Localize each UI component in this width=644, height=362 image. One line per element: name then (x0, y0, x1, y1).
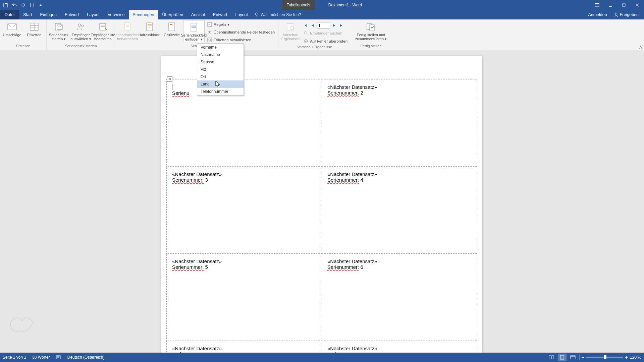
mail-merge-icon (53, 21, 64, 32)
print-layout-icon[interactable] (558, 354, 567, 361)
svg-rect-52 (571, 356, 575, 359)
last-record-icon[interactable] (338, 22, 345, 29)
label-cell[interactable]: Serienu (167, 79, 322, 167)
edit-recipient-list-button[interactable]: Empfängerliste bearbeiten (92, 20, 114, 42)
dd-plz[interactable]: Plz (197, 66, 244, 73)
svg-rect-37 (208, 38, 212, 42)
tab-view[interactable]: Ansicht (187, 10, 209, 19)
undo-icon[interactable] (11, 1, 18, 9)
tab-table-layout[interactable]: Layout (231, 10, 252, 19)
svg-point-20 (78, 24, 81, 26)
prev-record-icon[interactable] (309, 22, 316, 29)
tab-design[interactable]: Entwurf (61, 10, 83, 19)
zoom-level[interactable]: 120 % (630, 355, 641, 360)
tab-insert[interactable]: Einfügen (36, 10, 61, 19)
svg-point-41 (304, 32, 307, 34)
save-icon[interactable] (2, 1, 9, 9)
greeting-line-button[interactable]: Grußzeile (161, 20, 182, 42)
web-layout-icon[interactable] (569, 354, 577, 361)
select-recipients-button[interactable]: Empfänger auswählen ▾ (70, 20, 92, 42)
label-cell[interactable]: «Nächster Datensatz» Serienummer: 7 (167, 341, 322, 353)
update-labels-icon (207, 38, 212, 42)
close-icon[interactable] (631, 0, 644, 10)
svg-rect-34 (192, 26, 196, 27)
dd-ort[interactable]: Ort (197, 73, 244, 80)
next-record-field: «Nächster Datensatz» (327, 84, 377, 90)
greeting-icon (166, 21, 177, 32)
svg-point-2 (22, 4, 24, 6)
next-record-field: «Nächster Datensatz» (172, 171, 222, 177)
svg-rect-7 (623, 4, 625, 6)
svg-rect-50 (552, 356, 554, 359)
label-table: Serienu «Nächster Datensatz» Serienummer… (166, 79, 477, 353)
label-cell[interactable]: «Nächster Datensatz» Serienummer: 5 (167, 254, 322, 341)
start-mail-merge-button[interactable]: Seriendruck starten ▾ (48, 20, 69, 42)
status-page[interactable]: Seite 1 von 1 (3, 355, 26, 360)
address-block-button[interactable]: Adressblock (139, 20, 160, 42)
record-number-input[interactable] (317, 22, 330, 29)
tab-layout[interactable]: Layout (83, 10, 104, 19)
read-mode-icon[interactable] (547, 354, 556, 361)
edit-list-icon (98, 21, 108, 32)
collapse-ribbon-icon[interactable]: ⋀ (639, 45, 642, 49)
match-fields-button[interactable]: Übereinstimmende Felder festlegen (205, 28, 277, 36)
serial-number: 2 (360, 90, 363, 96)
update-labels-button[interactable]: Etiketten aktualisieren (205, 36, 277, 44)
status-words[interactable]: 38 Wörter (32, 355, 50, 360)
label-cell[interactable]: «Nächster Datensatz» Serienummer: 8 (322, 341, 477, 353)
serial-number: 5 (205, 264, 208, 270)
tell-me[interactable] (255, 10, 328, 19)
labels-button[interactable]: Etiketten (23, 20, 45, 42)
label-cell[interactable]: «Nächster Datensatz» Serienummer: 3 (167, 167, 322, 254)
svg-text:?: ? (208, 23, 210, 26)
table-move-handle-icon[interactable]: ✥ (167, 76, 172, 82)
share-button[interactable]: Freigeben (612, 10, 641, 19)
tell-me-input[interactable] (261, 12, 328, 17)
highlight-merge-fields-button[interactable]: Seriendruckfelder hervorheben (117, 20, 138, 42)
dd-strasse[interactable]: Strasse (197, 58, 244, 66)
dd-telefonnummer[interactable]: Telefonnummer (197, 88, 244, 95)
label-cell[interactable]: «Nächster Datensatz» Serienummer: 2 (322, 79, 477, 167)
envelopes-button[interactable]: Umschläge (1, 20, 23, 42)
preview-results-button[interactable]: Vorschau Ergebnisse (280, 20, 301, 42)
ribbon-display-options-icon[interactable] (590, 0, 604, 10)
proofing-icon[interactable] (56, 355, 61, 360)
serial-number: 4 (360, 177, 363, 183)
check-errors-button[interactable]: Auf Fehler überprüfen (302, 38, 350, 45)
tab-mailings[interactable]: Sendungen (129, 10, 158, 19)
zoom-in-icon[interactable]: + (625, 355, 628, 360)
finish-merge-button[interactable]: Fertig stellen und zusammenführen ▾ (353, 20, 389, 42)
find-recipient-button[interactable]: Empfänger suchen (302, 29, 350, 37)
rules-button[interactable]: ?Regeln ▾ (205, 21, 277, 28)
svg-rect-46 (56, 356, 60, 359)
qat-customize-icon[interactable] (37, 1, 44, 9)
zoom-slider[interactable] (586, 357, 623, 358)
lightbulb-icon (255, 12, 259, 17)
sign-in-link[interactable]: Anmelden (586, 10, 609, 19)
minimize-icon[interactable] (604, 0, 617, 10)
label-cell[interactable]: «Nächster Datensatz» Serienummer: 6 (322, 254, 477, 341)
next-record-icon[interactable] (331, 22, 337, 29)
redo-icon[interactable] (19, 1, 27, 9)
label-cell[interactable]: «Nächster Datensatz» Serienummer: 4 (322, 167, 477, 254)
maximize-icon[interactable] (617, 0, 631, 10)
document-area[interactable]: ✥ Serienu «Nächster Datensatz» Serienumm… (0, 50, 644, 353)
touch-mode-icon[interactable] (28, 1, 36, 9)
status-language[interactable]: Deutsch (Österreich) (67, 355, 105, 360)
dd-vorname[interactable]: Vorname (197, 44, 244, 51)
next-record-field: «Nächster Datensatz» (327, 171, 377, 177)
tab-home[interactable]: Start (19, 10, 36, 19)
title-bar: Tabellentools Dokument1 - Word (0, 0, 644, 10)
tab-review[interactable]: Überprüfen (158, 10, 187, 19)
svg-line-42 (307, 34, 308, 35)
zoom-out-icon[interactable]: − (582, 355, 584, 360)
svg-rect-22 (100, 23, 106, 30)
labels-icon (29, 21, 40, 32)
tab-table-design[interactable]: Entwurf (209, 10, 231, 19)
dd-nachname[interactable]: Nachname (197, 51, 244, 58)
insert-merge-field-button[interactable]: Seriendruckfeld einfügen ▾ (183, 20, 205, 42)
tab-references[interactable]: Verweise (104, 10, 129, 19)
dd-land[interactable]: Land (197, 80, 244, 88)
tab-file[interactable]: Datei (0, 10, 19, 19)
first-record-icon[interactable] (302, 22, 309, 29)
